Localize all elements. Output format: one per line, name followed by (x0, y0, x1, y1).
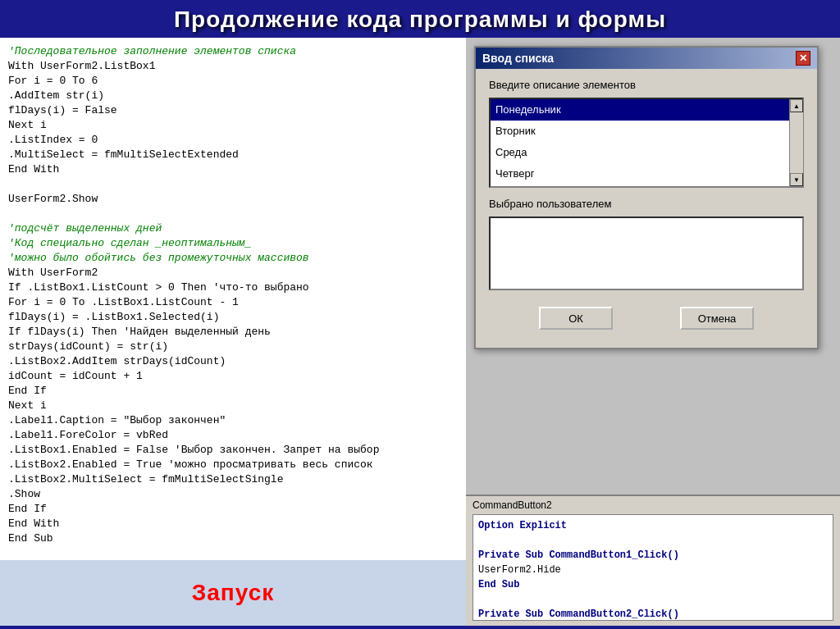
code-line-34: End Sub (8, 531, 458, 546)
list-item-1[interactable]: Вторник (491, 121, 789, 142)
dialog-body: Введите описание элементов Понедельник В… (476, 69, 817, 348)
code-line-14: 'Код специально сделан _неоптимальным_ (8, 236, 458, 251)
cmd-code-line-blank2 (478, 592, 828, 607)
code-line-25: Next i (8, 399, 458, 413)
code-panel: 'Последовательное заполнение элементов с… (0, 38, 466, 626)
page-title: Продолжение кода программы и формы (0, 7, 840, 33)
content-area: 'Последовательное заполнение элементов с… (0, 38, 840, 626)
code-line-21: strDays(idCount) = str(i) (8, 340, 458, 354)
code-line-19: flDays(i) = .ListBox1.Selected(i) (8, 310, 458, 325)
code-line-6: Next i (8, 118, 458, 133)
code-line-11: UserForm2.Show (8, 192, 458, 207)
description-label: Введите описание элементов (489, 79, 804, 91)
cmd-code-line-blank1 (478, 533, 828, 548)
selected-box (489, 217, 804, 290)
code-line-4: .AddItem str(i) (8, 89, 458, 103)
dialog-window: Ввод списка ✕ Введите описание элементов… (474, 46, 819, 349)
code-line-22: .ListBox2.AddItem strDays(idCount) (8, 354, 458, 369)
code-line-7: .ListIndex = 0 (8, 133, 458, 148)
code-line-31: .Show (8, 487, 458, 502)
code-line-16: With UserForm2 (8, 266, 458, 280)
code-line-5: flDays(i) = False (8, 103, 458, 118)
code-line-28: .ListBox1.Enabled = False 'Выбор законче… (8, 443, 458, 458)
code-line-24: End If (8, 384, 458, 399)
code-line-10 (8, 177, 458, 192)
code-line-8: .MultiSelect = fmMultiSelectExtended (8, 148, 458, 162)
cmd-code-line-3: UserForm2.Hide (478, 563, 828, 577)
ok-button[interactable]: ОК (539, 307, 613, 330)
code-line-18: For i = 0 To .ListBox1.ListCount - 1 (8, 295, 458, 310)
code-line-30: .ListBox2.MultiSelect = fmMultiSelectSin… (8, 472, 458, 487)
code-line-13: 'подсчёт выделенных дней (8, 221, 458, 236)
dialog-close-button[interactable]: ✕ (796, 51, 810, 66)
scrollbar-up-button[interactable]: ▲ (790, 99, 803, 112)
list-item-2[interactable]: Среда (491, 142, 789, 163)
launch-area: Запуск (0, 560, 466, 626)
code-line-23: idCount = idCount + 1 (8, 369, 458, 384)
list-item-0[interactable]: Понедельник (491, 99, 789, 121)
code-line-17: If .ListBox1.ListCount > 0 Then 'что-то … (8, 280, 458, 295)
code-line-1: 'Последовательное заполнение элементов с… (8, 44, 458, 59)
code-line-2: With UserForm2.ListBox1 (8, 59, 458, 74)
selected-label: Выбрано пользователем (489, 198, 804, 210)
code-line-20: If flDays(i) Then 'Найден выделенный ден… (8, 325, 458, 340)
code-line-33: End With (8, 517, 458, 531)
cmd-code-line-1: Option Explicit (478, 518, 828, 533)
dialog-buttons: ОК Отмена (489, 302, 804, 338)
code-line-32: End If (8, 502, 458, 517)
code-line-12 (8, 207, 458, 221)
cmd-code-line-4: End Sub (478, 577, 828, 592)
code-line-29: .ListBox2.Enabled = True 'можно просматр… (8, 458, 458, 472)
list-item-3[interactable]: Четверг (491, 163, 789, 185)
code-line-27: .Label1.ForeColor = vbRed (8, 428, 458, 443)
cancel-button[interactable]: Отмена (680, 307, 754, 330)
code-line-3: For i = 0 To 6 (8, 74, 458, 89)
dialog-title: Ввод списка (482, 52, 554, 65)
listbox-wrapper: Понедельник Вторник Среда Четверг ▲ ▼ (489, 98, 804, 188)
cmd-code-line-5: Private Sub CommandButton2_Click() (478, 607, 828, 621)
code-line-26: .Label1.Caption = "Выбор закончен" (8, 413, 458, 428)
right-panel: Ввод списка ✕ Введите описание элементов… (466, 38, 840, 626)
code-line-15: 'можно было обойтись без промежуточных м… (8, 251, 458, 266)
title-bar: Продолжение кода программы и формы (0, 0, 840, 38)
listbox-scrollbar: ▲ ▼ (789, 99, 802, 186)
scrollbar-down-button[interactable]: ▼ (790, 173, 803, 186)
cmd-code-line-2: Private Sub CommandButton1_Click() (478, 548, 828, 563)
launch-button[interactable]: Запуск (192, 580, 275, 606)
dialog-titlebar: Ввод списка ✕ (476, 48, 817, 69)
code-line-9: End With (8, 162, 458, 177)
scrollbar-track (790, 112, 803, 173)
cmd-button-area: CommandButton2 Option Explicit Private S… (466, 495, 840, 626)
listbox-inner: Понедельник Вторник Среда Четверг (491, 99, 789, 186)
cmd-code-area: Option Explicit Private Sub CommandButto… (472, 514, 833, 621)
cmd-button-label: CommandButton2 (472, 499, 833, 511)
